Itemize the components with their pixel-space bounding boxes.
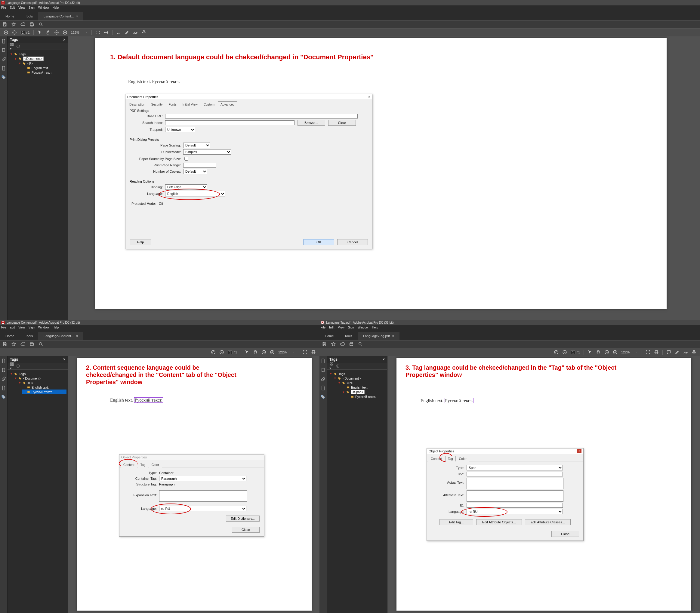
close-panel-icon[interactable]: × xyxy=(63,38,65,42)
page-current[interactable]: 1 xyxy=(228,350,233,354)
zoom-out-icon[interactable] xyxy=(261,350,266,355)
fit-width-icon[interactable] xyxy=(654,350,659,355)
page-current[interactable]: 1 xyxy=(21,31,25,35)
edit-dictionary-button[interactable]: Edit Dictionary... xyxy=(226,516,260,522)
menu-file[interactable]: File xyxy=(1,6,6,11)
menu-sign[interactable]: Sign xyxy=(29,6,35,11)
star-icon[interactable] xyxy=(11,342,16,347)
paper-source-checkbox[interactable] xyxy=(184,157,188,161)
fit-page-icon[interactable] xyxy=(646,350,650,355)
highlight-icon[interactable] xyxy=(675,350,679,355)
cloud-icon[interactable] xyxy=(21,342,25,347)
zoom-in-icon[interactable] xyxy=(613,350,618,355)
menu-edit[interactable]: Edit xyxy=(10,326,15,331)
zoom-in-icon[interactable] xyxy=(270,350,275,355)
pages-icon[interactable] xyxy=(1,66,6,71)
select-tool-icon[interactable] xyxy=(37,30,42,35)
menu-view[interactable]: View xyxy=(18,6,25,11)
zoom-level[interactable]: 122% xyxy=(71,31,81,34)
close-tab-icon[interactable]: × xyxy=(392,335,394,338)
tab-home[interactable]: Home xyxy=(320,332,339,340)
bookmarks-icon[interactable] xyxy=(1,367,6,373)
clear-button[interactable]: Clear xyxy=(328,120,356,126)
tab-document[interactable]: Language-Content...× xyxy=(38,332,83,340)
page-down-icon[interactable] xyxy=(219,350,224,355)
zoom-out-icon[interactable] xyxy=(604,350,609,355)
hand-tool-icon[interactable] xyxy=(46,30,51,35)
edit-tag-button[interactable]: Edit Tag... xyxy=(440,519,473,525)
print-icon[interactable] xyxy=(29,342,34,347)
zoom-in-icon[interactable] xyxy=(63,30,67,35)
info-icon[interactable]: ⓘ xyxy=(16,364,20,368)
edit-attr-classes-button[interactable]: Edit Attribute Classes... xyxy=(525,519,571,525)
tab-document[interactable]: Language-Tag.pdf× xyxy=(358,332,400,340)
comment-icon[interactable] xyxy=(666,350,671,355)
info-icon[interactable]: ⓘ xyxy=(336,364,339,368)
menu-sign[interactable]: Sign xyxy=(29,326,35,331)
browse-button[interactable]: Browse... xyxy=(298,120,325,126)
thumbnails-icon[interactable] xyxy=(1,358,6,363)
zoom-level[interactable]: 122% xyxy=(621,350,632,354)
id-input[interactable] xyxy=(467,503,563,508)
save-icon[interactable] xyxy=(322,342,327,347)
select-tool-icon[interactable] xyxy=(245,350,249,355)
select-tool-icon[interactable] xyxy=(587,350,592,355)
zoom-caret-icon[interactable] xyxy=(85,31,88,34)
fit-page-icon[interactable] xyxy=(303,350,308,355)
print-icon[interactable] xyxy=(29,22,34,27)
tab-color[interactable]: Color xyxy=(456,456,469,461)
bookmarks-icon[interactable] xyxy=(321,367,325,373)
close-icon[interactable]: × xyxy=(577,449,582,453)
tab-tag[interactable]: Tag xyxy=(138,462,148,467)
zoom-level[interactable]: 122% xyxy=(278,350,288,354)
title-input[interactable] xyxy=(467,472,563,477)
tab-home[interactable]: Home xyxy=(0,12,20,21)
duplex-select[interactable]: Simplex xyxy=(183,149,231,155)
menu-help[interactable]: Help xyxy=(52,6,59,11)
menu-file[interactable]: File xyxy=(1,326,6,331)
trapped-select[interactable]: Unknown xyxy=(165,127,195,132)
menu-sign[interactable]: Sign xyxy=(348,326,354,331)
save-icon[interactable] xyxy=(2,22,7,27)
tags-tree[interactable]: ▾Tags ▾<Document> ▾<P> ▾English text. ▾Р… xyxy=(8,370,68,396)
language-select[interactable]: English xyxy=(165,191,225,196)
tab-security[interactable]: Security xyxy=(148,101,166,107)
tab-advanced[interactable]: Advanced xyxy=(218,101,237,107)
tab-initial-view[interactable]: Initial View xyxy=(180,101,200,107)
attachments-icon[interactable] xyxy=(321,377,325,381)
page-up-icon[interactable] xyxy=(554,350,559,355)
language-select[interactable]: ru-RU xyxy=(159,506,246,511)
fit-width-icon[interactable] xyxy=(311,350,316,355)
cloud-icon[interactable] xyxy=(21,22,25,27)
menu-window[interactable]: Window xyxy=(38,6,49,11)
menu-window[interactable]: Window xyxy=(38,326,49,331)
hand-tool-icon[interactable] xyxy=(596,350,601,355)
base-url-input[interactable] xyxy=(165,114,358,118)
star-icon[interactable] xyxy=(331,342,336,347)
actual-text-input[interactable] xyxy=(467,478,563,489)
container-tag-select[interactable]: Paragraph xyxy=(159,476,246,481)
pages-icon[interactable] xyxy=(321,386,325,390)
close-button[interactable]: Close xyxy=(232,527,260,533)
stamp-icon[interactable] xyxy=(141,30,146,35)
tab-description[interactable]: Description xyxy=(127,101,148,107)
page-scaling-select[interactable]: Default xyxy=(183,143,210,148)
search-icon[interactable] xyxy=(39,342,43,347)
menu-help[interactable]: Help xyxy=(52,326,59,331)
tab-content[interactable]: Content xyxy=(121,462,137,467)
cancel-button[interactable]: Cancel xyxy=(337,239,368,245)
search-icon[interactable] xyxy=(39,22,43,27)
thumbnails-icon[interactable] xyxy=(1,39,6,43)
tab-fonts[interactable]: Fonts xyxy=(166,101,179,107)
print-icon[interactable] xyxy=(349,342,354,347)
edit-attr-objects-button[interactable]: Edit Attribute Objects... xyxy=(476,519,522,525)
ok-button[interactable]: OK xyxy=(303,239,334,245)
thumbnails-icon[interactable] xyxy=(321,358,325,363)
type-select[interactable]: Span xyxy=(467,465,563,470)
menu-file[interactable]: File xyxy=(321,326,325,331)
fit-width-icon[interactable] xyxy=(104,30,108,35)
menu-help[interactable]: Help xyxy=(372,326,378,331)
tab-document[interactable]: Language-Content...× xyxy=(38,12,83,21)
search-icon[interactable] xyxy=(358,342,363,347)
tab-custom[interactable]: Custom xyxy=(201,101,217,107)
